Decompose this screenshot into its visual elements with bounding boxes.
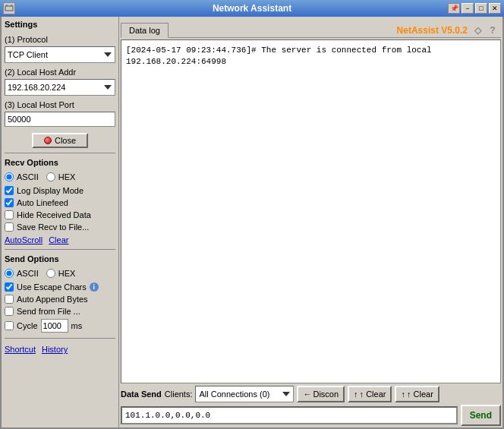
divider-2 [5, 249, 115, 250]
hide-received-label: Hide Received Data [17, 210, 91, 219]
settings-label: Settings [5, 20, 115, 29]
send-input[interactable] [121, 406, 458, 424]
clear-button-1[interactable]: ↑ ↑ Clear [348, 386, 392, 402]
save-recv-checkbox[interactable] [5, 222, 14, 232]
protocol-label: (1) Protocol [5, 35, 115, 44]
send-options-label: Send Options [5, 254, 115, 263]
send-ascii-radio-label[interactable]: ASCII [5, 269, 39, 278]
use-escape-label: Use Escape Chars [17, 282, 87, 292]
cycle-label: Cycle [17, 321, 38, 330]
autoscroll-link[interactable]: AutoScroll [5, 235, 43, 244]
clear1-arrow-icon: ↑ [354, 390, 358, 399]
auto-append-row[interactable]: Auto Append Bytes [5, 295, 115, 304]
auto-linefeed-label: Auto Linefeed [17, 198, 68, 207]
close-button-label: Close [55, 136, 76, 145]
log-display-checkbox[interactable] [5, 186, 14, 195]
auto-linefeed-row[interactable]: Auto Linefeed [5, 198, 115, 207]
maximize-button[interactable]: □ [475, 3, 487, 14]
send-hex-radio-label[interactable]: HEX [46, 269, 76, 278]
minimize-button[interactable]: − [461, 3, 474, 14]
local-host-port-input[interactable] [5, 112, 115, 127]
title-buttons: 📌 − □ ✕ [448, 3, 501, 14]
hex-radio-label[interactable]: HEX [46, 172, 76, 181]
send-ascii-label: ASCII [17, 269, 39, 278]
window-title: Network Assistant [213, 3, 291, 14]
send-hex-radio[interactable] [46, 269, 55, 278]
divider-1 [5, 153, 115, 153]
log-display-mode-row[interactable]: Log Display Mode [5, 186, 115, 195]
close-window-button[interactable]: ✕ [489, 3, 501, 14]
local-host-addr-label: (2) Local Host Addr [5, 68, 115, 77]
shortcut-link[interactable]: Shortcut [5, 345, 36, 354]
cycle-input[interactable] [41, 319, 68, 333]
info-icon[interactable]: i [90, 282, 99, 292]
hex-label: HEX [58, 172, 76, 181]
clear2-arrow-icon: ↑ [401, 390, 405, 399]
version-label: NetAssist V5.0.2 [397, 25, 468, 36]
bottom-links-row: Shortcut History [5, 345, 115, 354]
cycle-checkbox[interactable] [5, 321, 14, 330]
cycle-row: Cycle ms [5, 319, 115, 333]
title-bar-left [3, 2, 15, 14]
tab-right-area: NetAssist V5.0.2 ◇ ? [397, 25, 498, 36]
use-escape-row[interactable]: Use Escape Chars i [5, 282, 115, 292]
auto-append-checkbox[interactable] [5, 295, 14, 304]
discon-arrow-icon: ← [303, 390, 311, 399]
send-from-row[interactable]: Send from File ... [5, 307, 115, 316]
links-row: AutoScroll Clear [5, 235, 115, 244]
right-panel: Data log NetAssist V5.0.2 ◇ ? [2024-05-1… [119, 17, 502, 427]
close-button[interactable]: Close [32, 133, 88, 148]
cycle-unit: ms [71, 321, 83, 330]
help-icon[interactable]: ? [487, 25, 498, 36]
send-hex-label: HEX [58, 269, 76, 278]
send-top-bar: Data Send Clients: All Connections (0) ←… [121, 385, 501, 403]
send-button[interactable]: Send [461, 405, 501, 426]
hex-radio[interactable] [46, 172, 55, 181]
log-display-label: Log Display Mode [17, 186, 83, 195]
tab-bar: Data log NetAssist V5.0.2 ◇ ? [121, 18, 501, 38]
clients-select[interactable]: All Connections (0) [195, 386, 294, 402]
send-from-checkbox[interactable] [5, 307, 14, 316]
bottom-bar: Data Send Clients: All Connections (0) ←… [121, 383, 501, 426]
clear1-label: ↑ Clear [360, 390, 386, 399]
use-escape-checkbox[interactable] [5, 282, 14, 292]
recv-options-label: Recv Options [5, 158, 115, 167]
diamond-icon: ◇ [472, 25, 483, 36]
data-log-tab[interactable]: Data log [121, 23, 169, 38]
hide-received-row[interactable]: Hide Received Data [5, 210, 115, 219]
clear2-label: ↑ Clear [407, 390, 433, 399]
app-icon [3, 2, 15, 14]
local-host-addr-select[interactable]: 192.168.20.224 [5, 79, 115, 96]
ascii-radio[interactable] [5, 172, 14, 181]
hide-received-checkbox[interactable] [5, 210, 14, 219]
data-send-label: Data Send [121, 390, 162, 399]
title-bar: Network Assistant 📌 − □ ✕ [0, 0, 504, 17]
ascii-radio-label[interactable]: ASCII [5, 172, 39, 181]
send-ascii-radio[interactable] [5, 269, 14, 278]
recv-encoding-group: ASCII HEX [5, 172, 115, 182]
main-container: Settings (1) Protocol TCP Client (2) Loc… [0, 17, 504, 429]
send-encoding-group: ASCII HEX [5, 268, 115, 279]
log-area[interactable]: [2024-05-17 09:23:44.736]# The server is… [121, 39, 501, 383]
local-host-port-label: (3) Local Host Port [5, 100, 115, 109]
svg-rect-0 [5, 6, 13, 11]
left-panel: Settings (1) Protocol TCP Client (2) Loc… [2, 17, 119, 427]
auto-linefeed-checkbox[interactable] [5, 198, 14, 207]
save-recv-row[interactable]: Save Recv to File... [5, 222, 115, 232]
divider-3 [5, 338, 115, 339]
save-recv-label: Save Recv to File... [17, 222, 89, 232]
protocol-select[interactable]: TCP Client [5, 46, 115, 63]
log-content: [2024-05-17 09:23:44.736]# The server is… [126, 45, 496, 68]
ascii-label: ASCII [17, 172, 39, 181]
clear-button-2[interactable]: ↑ ↑ Clear [395, 386, 439, 402]
send-from-label: Send from File ... [17, 307, 80, 316]
send-input-row: Send [121, 405, 501, 426]
history-link[interactable]: History [42, 345, 68, 354]
auto-append-label: Auto Append Bytes [17, 295, 88, 304]
pin-button[interactable]: 📌 [448, 3, 460, 14]
clear-log-link[interactable]: Clear [49, 235, 68, 244]
red-dot-icon [44, 137, 52, 144]
discon-label: Discon [313, 390, 339, 399]
discon-button[interactable]: ← Discon [297, 386, 345, 402]
close-btn-container: Close [5, 133, 115, 148]
